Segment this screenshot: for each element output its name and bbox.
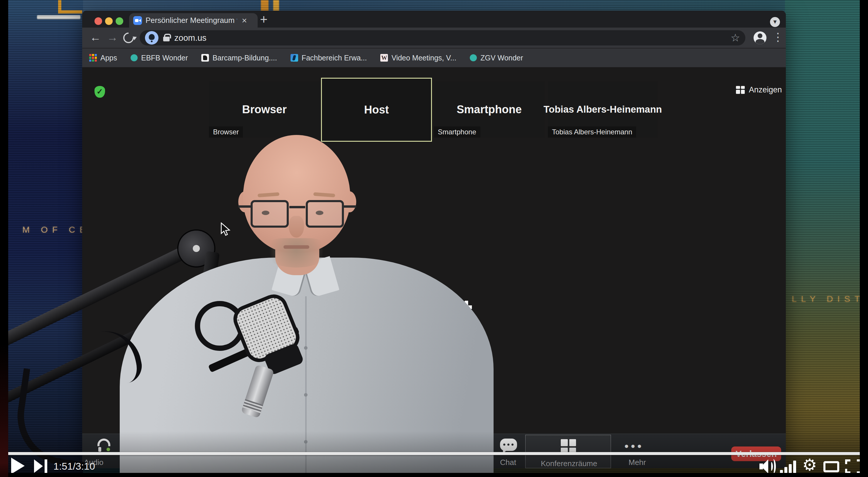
deco-white-band [37,15,81,19]
url-text[interactable]: zoom.us [174,33,207,43]
miniplayer-icon[interactable] [824,461,839,472]
more-dots-icon[interactable]: ••• [624,440,644,453]
participant-tag: Tobias Albers-Heinemann [548,126,636,137]
breakout-rooms-label: Konferenzräume [541,459,597,468]
zoom-toolbar: Audio eigeben ^ Chat Konferenzräume ••• … [82,434,786,468]
zoom-favicon-icon [133,16,142,25]
slide-title: Host [388,291,473,334]
participant-tile-tobias[interactable]: Tobias Albers-Heinemann Tobias Albers-He… [548,81,658,137]
zoom-meeting-content: ✓ Browser Browser Host Smartphone Smartp… [82,67,786,468]
participant-tile-smartphone[interactable]: Smartphone Smartphone [434,81,545,137]
view-toggle-label: Anzeigen [749,85,782,94]
wonder-favicon-icon [131,54,137,61]
bookmark-barcamp[interactable]: Barcamp-Bildung.... [201,54,277,62]
traffic-minimize-button[interactable] [105,17,113,25]
bookmark-label: Barcamp-Bildung.... [213,54,277,62]
bookmark-video-meetings[interactable]: W Video Meetings, V... [380,54,456,62]
tab-close-icon[interactable]: × [241,16,248,25]
chat-label[interactable]: Chat [500,458,516,467]
chrome-window: Persönlicher Meetingraum von × + ▾ ← → z… [82,10,786,468]
participant-name: Tobias Albers-Heinemann [544,104,662,115]
reload-icon[interactable] [121,31,136,45]
fachbereich-favicon-icon [290,54,298,62]
quality-bars-icon[interactable] [780,459,798,474]
wonder-favicon-icon [470,54,477,61]
participant-name: Host [364,103,389,116]
participant-name: Browser [242,103,287,116]
padlock-icon[interactable] [163,37,169,41]
bookmark-label: EBFB Wonder [141,54,188,62]
volume-icon[interactable] [760,458,777,475]
audio-label[interactable]: Audio [84,458,103,467]
next-button[interactable] [34,459,49,473]
mouse-cursor-icon [221,222,230,236]
participant-tile-browser[interactable]: Browser Browser [209,81,320,137]
share-screen-label-partial[interactable]: eigeben [442,458,469,467]
tab-strip: Persönlicher Meetingraum von × + ▾ [82,10,786,28]
bookmark-label: Apps [100,54,117,62]
bookmarks-bar: Apps EBFB Wonder Barcamp-Bildung.... Fac… [82,49,786,67]
browser-toolbar: ← → zoom.us ☆ ⋮ [82,28,786,48]
profile-avatar[interactable] [753,31,767,44]
participant-tag: Browser [209,126,243,137]
apps-grid-icon [89,54,97,62]
progress-bar[interactable] [0,452,868,455]
menu-kebab-icon[interactable]: ⋮ [772,31,783,43]
settings-gear-icon[interactable]: ⚙ [802,455,817,474]
notification-bell-icon[interactable] [145,31,158,44]
participant-strip: Browser Browser Host Smartphone Smartpho… [82,79,786,147]
gallery-view-icon [736,86,745,94]
bookmark-label: ZGV Wonder [480,54,523,62]
browser-tab[interactable]: Persönlicher Meetingraum von × [129,13,258,28]
frame-right-edge [860,0,868,477]
bookmark-zgv-wonder[interactable]: ZGV Wonder [470,54,523,62]
bookmark-label: Fachbereich Erwa... [302,54,367,62]
frame-left-edge [0,0,8,477]
barcamp-favicon-icon [201,54,209,62]
bookmark-ebfb-wonder[interactable]: EBFB Wonder [131,54,188,62]
bookmark-fachbereich[interactable]: Fachbereich Erwa... [290,54,367,62]
wikipedia-w-favicon-icon: W [380,54,388,62]
play-button[interactable] [11,458,25,474]
forward-icon[interactable]: → [107,31,118,44]
bookmark-star-icon[interactable]: ☆ [731,32,740,44]
background-right-strip: LLY DISTI [785,0,868,477]
breakout-rooms-button[interactable]: Konferenzräume [525,435,611,468]
participant-tile-host-active[interactable]: Host [321,78,432,142]
chat-bubble-icon[interactable] [500,439,517,451]
deco-orange-bracket [58,0,82,13]
participant-name: Smartphone [457,103,522,116]
traffic-close-button[interactable] [94,17,102,25]
audio-headset-icon[interactable] [97,439,110,446]
bookmark-label: Video Meetings, V... [392,54,456,62]
back-icon[interactable]: ← [90,31,101,44]
background-left-strip: M OF CELL [0,0,83,477]
more-label[interactable]: Mehr [628,458,646,467]
traffic-zoom-button[interactable] [116,17,123,25]
tab-title: Persönlicher Meetingraum von [146,16,237,25]
new-tab-button[interactable]: + [260,13,268,26]
view-toggle-button[interactable]: Anzeigen [736,85,782,94]
address-bar[interactable]: zoom.us ☆ [140,30,745,45]
tab-search-button[interactable]: ▾ [770,17,780,27]
video-frame: M OF CELL LLY DISTI Persönlicher Meeting… [0,0,868,477]
background-right-text: LLY DISTI [792,294,868,304]
participant-tag: Smartphone [434,126,480,137]
bookmark-apps[interactable]: Apps [89,54,117,62]
